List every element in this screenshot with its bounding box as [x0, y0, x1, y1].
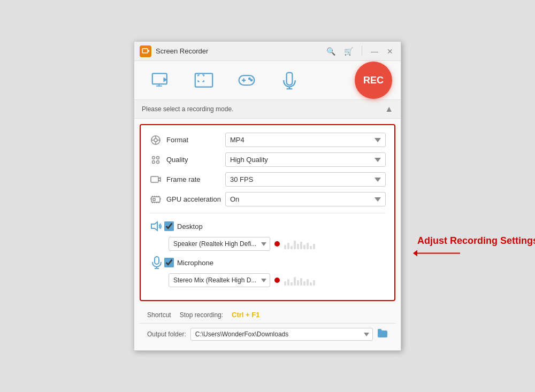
desktop-audio-section: Desktop Speaker (Realtek High Defi... — [149, 220, 386, 251]
microphone-volume-indicator — [274, 278, 280, 283]
quality-label: Quality — [166, 156, 225, 164]
gpu-icon — [149, 193, 162, 206]
fullscreen-button[interactable] — [182, 65, 225, 95]
audio-record-button[interactable] — [268, 65, 311, 95]
microphone-device-select[interactable]: Stereo Mix (Realtek High D... — [169, 273, 270, 287]
titlebar: Screen Recorder 🔍 🛒 — ✕ — [134, 42, 401, 61]
quality-row: Quality High Quality Medium Quality Low … — [149, 152, 386, 167]
vol-bar-6 — [300, 242, 302, 249]
vol-bar-8 — [307, 243, 309, 249]
desktop-audio-row: Desktop — [149, 220, 386, 233]
format-select[interactable]: MP4 MOV AVI FLV GIF — [225, 133, 386, 147]
desktop-label: Desktop — [177, 222, 203, 230]
mic-bar-3 — [291, 282, 293, 286]
format-row: Format MP4 MOV AVI FLV GIF — [149, 133, 386, 147]
mic-bar-9 — [310, 282, 312, 286]
divider — [362, 46, 362, 56]
game-record-button[interactable] — [225, 65, 268, 95]
toolbar: REC — [134, 61, 401, 100]
window-controls: 🔍 🛒 — ✕ — [324, 46, 395, 57]
annotation-panel: Adjust Recording Settings — [417, 235, 535, 254]
desktop-controls: Speaker (Realtek High Defi... — [169, 237, 386, 251]
desktop-volume-bars — [284, 239, 315, 249]
svg-point-9 — [152, 156, 155, 159]
framerate-icon — [149, 173, 162, 186]
vol-bar-2 — [287, 243, 289, 249]
window-title: Screen Recorder — [156, 47, 324, 55]
status-bar: Please select a recording mode. ▲ — [134, 100, 401, 119]
main-content: Format MP4 MOV AVI FLV GIF — [134, 119, 401, 350]
output-folder-label: Output folder: — [147, 330, 186, 338]
screen-record-button[interactable] — [140, 65, 182, 95]
svg-rect-13 — [151, 176, 158, 182]
cart-icon[interactable]: 🛒 — [342, 46, 355, 57]
app-logo — [140, 45, 151, 57]
svg-point-5 — [249, 78, 250, 80]
vol-bar-3 — [291, 246, 293, 249]
annotation-text: Adjust Recording Settings — [417, 235, 535, 247]
mic-bar-7 — [303, 281, 305, 286]
svg-point-10 — [157, 156, 159, 159]
mic-bar-8 — [307, 279, 309, 286]
framerate-label: Frame rate — [166, 175, 225, 183]
mic-bar-6 — [300, 278, 302, 286]
minimize-icon[interactable]: — — [369, 46, 380, 57]
section-divider — [149, 213, 386, 213]
settings-panel: Format MP4 MOV AVI FLV GIF — [140, 124, 395, 301]
browse-folder-button[interactable] — [377, 328, 388, 341]
microphone-volume-bars — [284, 275, 315, 286]
main-window: Screen Recorder 🔍 🛒 — ✕ — [134, 41, 401, 351]
svg-point-8 — [154, 139, 157, 142]
search-icon[interactable]: 🔍 — [324, 46, 338, 57]
microphone-audio-section: Microphone Stereo Mix (Realtek High D... — [149, 256, 386, 287]
format-icon — [149, 134, 162, 147]
svg-point-6 — [251, 80, 253, 81]
vol-bar-10 — [313, 244, 315, 249]
rec-button[interactable]: REC — [355, 62, 392, 99]
desktop-volume-indicator — [274, 241, 280, 247]
mic-bar-2 — [287, 279, 289, 286]
microphone-checkbox[interactable] — [164, 258, 174, 267]
microphone-controls: Stereo Mix (Realtek High D... — [169, 273, 386, 287]
stop-recording-label: Stop recording: — [180, 311, 223, 319]
svg-point-12 — [157, 160, 159, 163]
vol-bar-1 — [284, 245, 286, 249]
output-path-select[interactable]: C:\Users\WonderFox\Downloads — [190, 328, 373, 341]
gpu-label: GPU acceleration — [166, 195, 225, 203]
desktop-checkbox[interactable] — [164, 221, 174, 231]
desktop-device-select[interactable]: Speaker (Realtek High Defi... — [169, 237, 270, 251]
svg-rect-0 — [142, 49, 148, 53]
quality-icon — [149, 153, 162, 166]
format-label: Format — [166, 136, 225, 144]
desktop-audio-icon — [149, 220, 164, 233]
framerate-select[interactable]: 15 FPS 20 FPS 30 FPS 60 FPS — [225, 172, 386, 187]
mic-bar-5 — [297, 280, 299, 286]
microphone-label: Microphone — [177, 259, 213, 267]
shortcut-key: Ctrl + F1 — [232, 311, 259, 319]
collapse-arrow[interactable]: ▲ — [385, 104, 393, 114]
mic-bar-10 — [313, 280, 315, 286]
output-bar: Output folder: C:\Users\WonderFox\Downlo… — [140, 323, 395, 345]
quality-select[interactable]: High Quality Medium Quality Low Quality — [225, 152, 386, 167]
shortcut-label: Shortcut — [147, 311, 171, 319]
svg-marker-16 — [151, 222, 157, 230]
close-icon[interactable]: ✕ — [385, 46, 395, 57]
mic-bar-4 — [294, 277, 296, 286]
svg-rect-17 — [155, 257, 159, 264]
microphone-audio-row: Microphone — [149, 256, 386, 269]
svg-rect-15 — [153, 198, 155, 201]
svg-point-11 — [152, 160, 155, 163]
gpu-select[interactable]: On Off — [225, 192, 386, 206]
mic-bar-1 — [284, 281, 286, 286]
vol-bar-7 — [303, 245, 305, 249]
shortcut-bar: Shortcut Stop recording: Ctrl + F1 — [140, 306, 395, 323]
vol-bar-9 — [310, 246, 312, 249]
vol-bar-5 — [297, 244, 299, 249]
vol-bar-4 — [294, 241, 296, 249]
gpu-row: GPU acceleration On Off — [149, 192, 386, 206]
microphone-icon — [149, 256, 164, 269]
status-message: Please select a recording mode. — [142, 105, 233, 113]
framerate-row: Frame rate 15 FPS 20 FPS 30 FPS 60 FPS — [149, 172, 386, 187]
